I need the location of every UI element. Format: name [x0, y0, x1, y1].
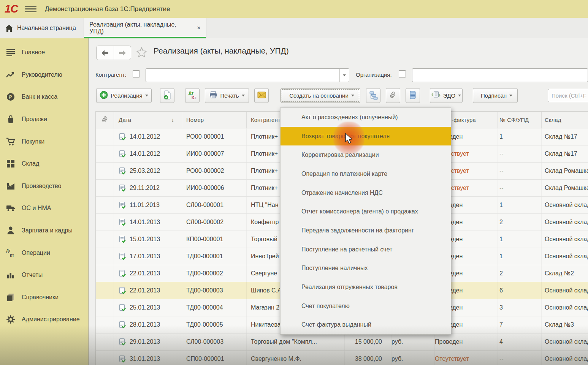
sidebar-item-os-nma[interactable]: ОС и НМА	[0, 197, 88, 220]
database-icon	[409, 90, 416, 101]
menu-item-6[interactable]: Отчет комиссионера (агента) о продажах	[281, 202, 451, 221]
column-header-attach[interactable]	[96, 112, 114, 128]
cell-sf: 3	[498, 299, 542, 316]
sidebar-item-main[interactable]: Главное	[0, 41, 88, 64]
sidebar-item-sales[interactable]: Продажи	[0, 108, 88, 131]
cell-date: 25.01.2013	[114, 299, 182, 316]
cell-warehouse: Склад Ромашка	[542, 180, 588, 196]
cart-icon	[6, 137, 16, 146]
sidebar-item-label: Отчеты	[22, 272, 43, 278]
cell-attach	[96, 145, 114, 162]
sidebar-item-label: Операции	[22, 250, 50, 256]
menu-item-8[interactable]: Поступление на расчетный счет	[281, 240, 451, 259]
cell-number: ТД00-000005	[182, 316, 247, 333]
menu-item-3[interactable]: Корректировка реализации	[281, 145, 451, 164]
tab-home-label: Начальная страница	[17, 25, 76, 32]
menu-item-4[interactable]: Операция по платежной карте	[281, 164, 451, 183]
edo-button[interactable]: ЭДО	[430, 88, 463, 103]
cell-sum: 15 000,00	[345, 333, 391, 350]
sidebar-item-purchases[interactable]: Покупки	[0, 130, 88, 153]
cell-status: Проведен	[435, 333, 498, 350]
menu-item-5[interactable]: Отражение начисления НДС	[281, 183, 451, 202]
copy-document-button[interactable]	[160, 88, 174, 103]
cell-sf: 1	[498, 231, 542, 248]
books-icon	[6, 293, 16, 302]
cell-date: 11.01.2013	[114, 197, 182, 213]
cell-number: СЛ00-000003	[182, 333, 247, 350]
send-email-button[interactable]	[254, 88, 269, 103]
menu-item-7[interactable]: Передача задолженности на факторинг	[281, 221, 451, 240]
organization-checkbox[interactable]	[399, 70, 406, 77]
menu-item-2[interactable]: Возврат товаров от покупателя	[281, 127, 451, 146]
sidebar-item-label: Зарплата и кадры	[22, 227, 73, 234]
column-header-sf[interactable]: № СФ/УПД	[498, 112, 542, 128]
menu-item-9[interactable]: Поступление наличных	[281, 259, 451, 278]
create-realization-button[interactable]: Реализация	[96, 88, 152, 103]
favorite-star-icon[interactable]	[136, 47, 147, 60]
back-button[interactable]	[97, 46, 114, 60]
close-tab-icon[interactable]: ×	[197, 24, 201, 32]
search-input[interactable]	[548, 89, 588, 102]
sidebar-item-manager[interactable]: Руководителю	[0, 64, 88, 86]
sidebar-item-label: Банк и касса	[22, 93, 57, 100]
cell-attach	[96, 282, 114, 299]
cell-status: Отсутствует	[435, 351, 498, 365]
document-posted-icon	[119, 304, 126, 312]
sidebar-item-reports[interactable]: Отчеты	[0, 264, 88, 286]
svg-text:Кт: Кт	[192, 95, 197, 100]
column-header-label: Склад	[545, 117, 561, 123]
dtkt-postings-button[interactable]: ДтКт	[185, 88, 200, 103]
signed-label: Подписан	[481, 92, 507, 99]
sidebar-item-label: Покупки	[22, 138, 44, 145]
person-icon	[6, 226, 16, 235]
document-posted-icon	[119, 133, 126, 141]
sidebar-item-administration[interactable]: Администрирование	[0, 308, 88, 331]
sidebar-item-operations[interactable]: ДтКтОперации	[0, 242, 88, 264]
forward-button[interactable]	[114, 46, 131, 60]
chevron-down-icon	[242, 95, 245, 96]
signed-filter-button[interactable]: Подписан	[473, 88, 518, 103]
menu-item-12[interactable]: Счет-фактура выданный	[281, 315, 451, 334]
main-menu-icon[interactable]	[25, 4, 36, 14]
contragent-combobox[interactable]	[146, 68, 349, 82]
sidebar-item-label: Производство	[22, 183, 61, 190]
cell-sf: 1	[498, 197, 542, 213]
create-based-on-menu: Акт о расхождениях (полученный)Возврат т…	[280, 107, 451, 335]
table-row[interactable]: 31.01.2013СП00-000001Свергуненко М.Ф.38 …	[96, 351, 588, 365]
cell-number: ИИ00-000007	[182, 145, 247, 162]
column-header-date[interactable]: Дата↓	[114, 112, 182, 128]
document-posted-icon	[119, 167, 126, 175]
register-records-button[interactable]	[406, 88, 420, 103]
document-posted-icon	[119, 218, 126, 226]
sidebar-item-salary-hr[interactable]: Зарплата и кадры	[0, 220, 88, 242]
cell-date: 14.01.2013	[114, 214, 182, 231]
sidebar-item-bank-cash[interactable]: ₽Банк и касса	[0, 86, 88, 108]
cell-attach	[96, 197, 114, 213]
table-row[interactable]: 29.01.2013СЛ00-000003Торговый дом "Компл…	[96, 333, 588, 351]
cell-sf: --	[498, 145, 542, 162]
create-based-on-button[interactable]: Создать на основании	[281, 88, 360, 103]
sidebar-item-directories[interactable]: Справочники	[0, 286, 88, 309]
tab-home[interactable]: Начальная страница	[0, 18, 84, 38]
related-documents-button[interactable]	[366, 88, 380, 103]
contragent-checkbox[interactable]	[133, 70, 140, 77]
edo-label: ЭДО	[443, 92, 455, 99]
menu-item-1[interactable]: Акт о расхождениях (полученный)	[281, 108, 451, 127]
menu-item-10[interactable]: Реализация отгруженных товаров	[281, 278, 451, 297]
menu-item-11[interactable]: Счет покупателю	[281, 297, 451, 316]
chevron-down-icon[interactable]	[339, 69, 349, 82]
organization-field[interactable]	[412, 68, 588, 82]
sidebar-item-warehouse[interactable]: Склад	[0, 153, 88, 175]
cell-contractor: Торговый дом "Компл...	[247, 333, 345, 350]
sidebar-item-production[interactable]: Производство	[0, 175, 88, 198]
cell-date: 22.01.2013	[114, 265, 182, 282]
cell-attach	[96, 265, 114, 282]
chevron-down-icon	[351, 95, 354, 96]
bag-icon	[6, 115, 16, 123]
print-button[interactable]: Печать	[205, 88, 249, 103]
column-header-warehouse[interactable]: Склад	[542, 112, 588, 128]
cell-sf: --	[498, 163, 542, 179]
column-header-number[interactable]: Номер	[182, 112, 247, 128]
tab-realization[interactable]: Реализация (акты, накладные, УПД) ×	[84, 18, 206, 38]
attachments-button[interactable]	[386, 88, 400, 103]
